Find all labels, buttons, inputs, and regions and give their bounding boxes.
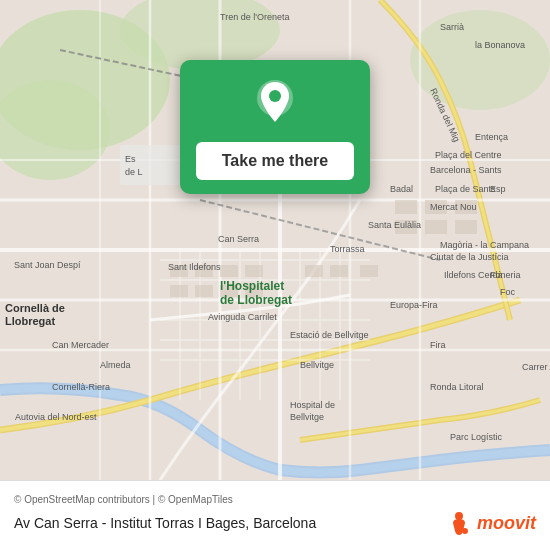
svg-point-90 (269, 90, 281, 102)
svg-text:Foneria: Foneria (490, 270, 521, 280)
svg-text:Parc Logístic: Parc Logístic (450, 432, 503, 442)
svg-text:de L: de L (125, 167, 143, 177)
svg-text:Cornellà de: Cornellà de (5, 302, 65, 314)
svg-text:Foc: Foc (500, 287, 516, 297)
svg-text:Autovia del Nord-est: Autovia del Nord-est (15, 412, 97, 422)
svg-text:Fira: Fira (430, 340, 446, 350)
svg-text:Ronda Litoral: Ronda Litoral (430, 382, 484, 392)
svg-text:Hospital de: Hospital de (290, 400, 335, 410)
svg-rect-32 (245, 265, 263, 277)
svg-text:Almeda: Almeda (100, 360, 131, 370)
svg-rect-45 (455, 220, 477, 234)
svg-text:Can Serra: Can Serra (218, 234, 259, 244)
svg-text:Sant Ildefons: Sant Ildefons (168, 262, 221, 272)
svg-text:Plaça del Centre: Plaça del Centre (435, 150, 502, 160)
svg-point-91 (455, 512, 463, 520)
location-card: Take me there (180, 60, 370, 194)
svg-text:de Llobregat: de Llobregat (220, 293, 292, 307)
svg-text:Cornellà-Riera: Cornellà-Riera (52, 382, 110, 392)
svg-rect-38 (330, 265, 348, 277)
svg-point-92 (462, 528, 468, 534)
svg-rect-44 (425, 220, 447, 234)
svg-text:Mercat Nou: Mercat Nou (430, 202, 477, 212)
moovit-icon (445, 509, 473, 537)
location-pin-icon (249, 78, 301, 130)
svg-rect-31 (220, 265, 238, 277)
svg-text:Avinguda Carrilet: Avinguda Carrilet (208, 312, 277, 322)
svg-rect-39 (360, 265, 378, 277)
svg-text:Estació de Bellvitge: Estació de Bellvitge (290, 330, 369, 340)
destination-label: Av Can Serra - Institut Torras I Bages, … (14, 515, 316, 531)
moovit-text: moovit (477, 513, 536, 534)
svg-text:Tren de l'Oreneta: Tren de l'Oreneta (220, 12, 289, 22)
svg-text:Plaça de Sants: Plaça de Sants (435, 184, 496, 194)
moovit-logo: moovit (445, 509, 536, 537)
svg-rect-33 (170, 285, 188, 297)
bottom-bar: © OpenStreetMap contributors | © OpenMap… (0, 480, 550, 550)
svg-rect-37 (305, 265, 323, 277)
take-me-there-button[interactable]: Take me there (196, 142, 354, 180)
svg-text:Badal: Badal (390, 184, 413, 194)
svg-rect-40 (395, 200, 417, 214)
svg-text:Magòria - la Campana: Magòria - la Campana (440, 240, 529, 250)
svg-text:Carrer A: Carrer A (522, 362, 550, 372)
svg-text:Bellvitge: Bellvitge (290, 412, 324, 422)
svg-text:Sarrià: Sarrià (440, 22, 464, 32)
map-attribution: © OpenStreetMap contributors | © OpenMap… (14, 494, 536, 505)
svg-text:l'Hospitalet: l'Hospitalet (220, 279, 284, 293)
svg-text:Can Mercader: Can Mercader (52, 340, 109, 350)
svg-text:la Bonanova: la Bonanova (475, 40, 525, 50)
svg-text:Europa-Fira: Europa-Fira (390, 300, 438, 310)
map-container: Tren de l'Oreneta Sarrià la Bonanova Ron… (0, 0, 550, 480)
svg-text:Sant Joan Despí: Sant Joan Despí (14, 260, 81, 270)
svg-text:Torrassa: Torrassa (330, 244, 365, 254)
svg-text:Santa Eulàlia: Santa Eulàlia (368, 220, 421, 230)
svg-text:Entença: Entença (475, 132, 508, 142)
svg-text:Barcelona - Sants: Barcelona - Sants (430, 165, 502, 175)
svg-rect-34 (195, 285, 213, 297)
svg-text:Bellvitge: Bellvitge (300, 360, 334, 370)
svg-text:Esp: Esp (490, 184, 506, 194)
svg-text:Es: Es (125, 154, 136, 164)
svg-text:Ciutat de la Justícia: Ciutat de la Justícia (430, 252, 509, 262)
svg-text:Llobregat: Llobregat (5, 315, 55, 327)
